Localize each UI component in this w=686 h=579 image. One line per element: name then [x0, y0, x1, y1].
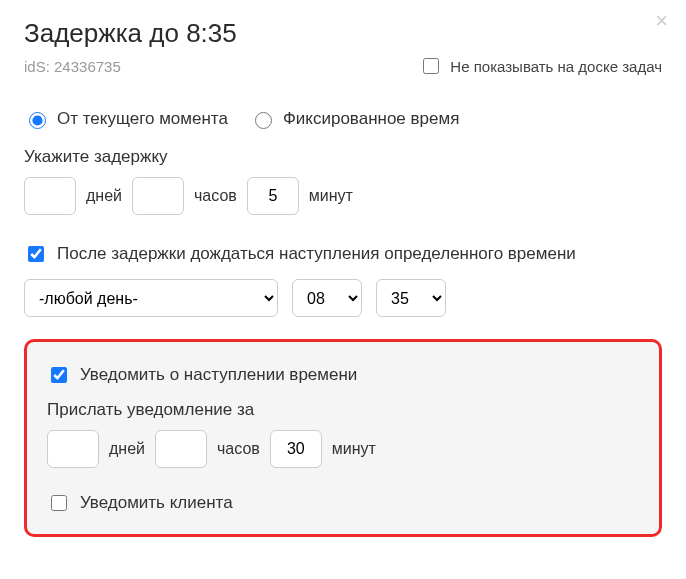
wait-time-selects: -любой день- 08 35: [24, 279, 662, 317]
hide-on-board-option[interactable]: Не показывать на доске задач: [419, 55, 662, 77]
notify-minutes-input[interactable]: [270, 430, 322, 468]
close-icon[interactable]: ×: [655, 10, 668, 32]
delay-duration-row: дней часов минут: [24, 177, 662, 215]
notify-client-label: Уведомить клиента: [80, 493, 233, 513]
delay-days-unit: дней: [86, 187, 122, 205]
notify-hours-input[interactable]: [155, 430, 207, 468]
delay-heading: Укажите задержку: [24, 147, 662, 167]
notification-section: Уведомить о наступлении времени Прислать…: [24, 339, 662, 537]
notify-hours-unit: часов: [217, 440, 260, 458]
wait-specific-checkbox[interactable]: [28, 246, 44, 262]
ids-label: idS: 24336735: [24, 58, 121, 75]
delay-hours-unit: часов: [194, 187, 237, 205]
mode-fixed-option[interactable]: Фиксированное время: [250, 109, 460, 129]
sub-row: idS: 24336735 Не показывать на доске зад…: [24, 55, 662, 77]
notify-days-unit: дней: [109, 440, 145, 458]
delay-days-input[interactable]: [24, 177, 76, 215]
delay-minutes-unit: минут: [309, 187, 353, 205]
notify-client-checkbox[interactable]: [51, 495, 67, 511]
delay-minutes-input[interactable]: [247, 177, 299, 215]
wait-specific-option[interactable]: После задержки дождаться наступления опр…: [24, 243, 662, 265]
hide-on-board-label: Не показывать на доске задач: [450, 58, 662, 75]
notify-time-option[interactable]: Уведомить о наступлении времени: [47, 364, 639, 386]
wait-specific-label: После задержки дождаться наступления опр…: [57, 244, 576, 264]
mode-current-radio[interactable]: [29, 112, 46, 129]
mode-fixed-radio[interactable]: [255, 112, 272, 129]
notify-lead-heading: Прислать уведомление за: [47, 400, 639, 420]
notify-duration-row: дней часов минут: [47, 430, 639, 468]
delay-hours-input[interactable]: [132, 177, 184, 215]
hide-on-board-checkbox[interactable]: [423, 58, 439, 74]
wait-hour-select[interactable]: 08: [292, 279, 362, 317]
wait-day-select[interactable]: -любой день-: [24, 279, 278, 317]
delay-modal: × Задержка до 8:35 idS: 24336735 Не пока…: [0, 0, 686, 561]
mode-fixed-label: Фиксированное время: [283, 109, 460, 129]
notify-time-checkbox[interactable]: [51, 367, 67, 383]
mode-radio-group: От текущего момента Фиксированное время: [24, 109, 662, 129]
notify-minutes-unit: минут: [332, 440, 376, 458]
notify-time-label: Уведомить о наступлении времени: [80, 365, 357, 385]
modal-title: Задержка до 8:35: [24, 18, 662, 49]
mode-current-label: От текущего момента: [57, 109, 228, 129]
mode-current-option[interactable]: От текущего момента: [24, 109, 228, 129]
wait-minute-select[interactable]: 35: [376, 279, 446, 317]
notify-days-input[interactable]: [47, 430, 99, 468]
notify-client-option[interactable]: Уведомить клиента: [47, 492, 639, 514]
